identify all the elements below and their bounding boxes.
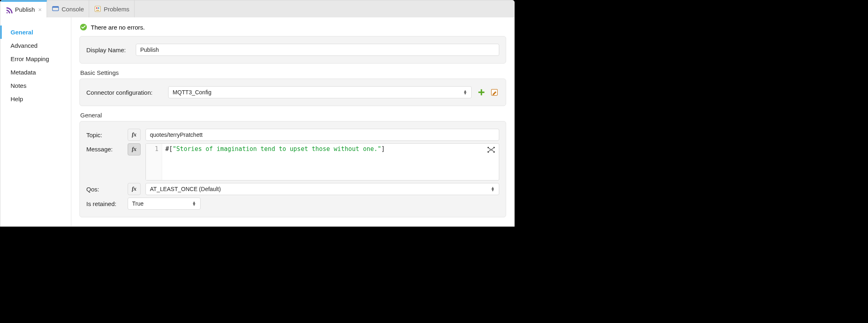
tab-label: Problems: [104, 6, 129, 13]
fx-button-message[interactable]: fx: [128, 143, 141, 155]
editor-body[interactable]: #["Stories of imagination tend to upset …: [162, 144, 499, 180]
tab-label: Console: [62, 6, 84, 13]
svg-point-13: [493, 151, 495, 153]
qos-select[interactable]: AT_LEAST_ONCE (Default) ▲▼: [145, 183, 499, 195]
svg-rect-2: [95, 6, 100, 12]
qos-label: Qos:: [86, 186, 123, 193]
console-icon: [52, 5, 59, 13]
qos-value: AT_LEAST_ONCE (Default): [150, 186, 221, 192]
sidebar-item-advanced[interactable]: Advanced: [0, 39, 71, 52]
sidebar-item-metadata[interactable]: Metadata: [0, 66, 71, 79]
general-section: Topic: fx Message: fx 1 #["Stories of im…: [79, 121, 506, 217]
display-name-section: Display Name:: [79, 36, 506, 64]
updown-icon: ▲▼: [192, 201, 196, 206]
status-bar: There are no errors.: [79, 21, 506, 36]
sidebar-item-general[interactable]: General: [0, 26, 71, 39]
svg-rect-8: [479, 91, 485, 93]
svg-point-11: [493, 147, 495, 149]
retained-label: Is retained:: [86, 200, 123, 207]
sidebar: General Advanced Error Mapping Metadata …: [0, 17, 71, 226]
tab-publish[interactable]: Publish ×: [0, 0, 47, 17]
message-label: Message:: [86, 143, 123, 153]
expand-editor-icon[interactable]: [487, 146, 496, 153]
ok-icon: [79, 23, 88, 31]
basic-settings-title: Basic Settings: [80, 69, 506, 76]
edit-config-button[interactable]: [490, 87, 499, 97]
svg-rect-1: [52, 6, 58, 8]
svg-rect-5: [96, 10, 99, 11]
message-editor[interactable]: 1 #["Stories of imagination tend to upse…: [145, 143, 499, 181]
add-config-button[interactable]: [477, 87, 486, 97]
svg-point-12: [487, 151, 489, 153]
connector-config-label: Connector configuration:: [86, 89, 163, 96]
svg-point-4: [98, 7, 99, 9]
topic-input[interactable]: [145, 129, 499, 141]
tab-label: Publish: [15, 6, 35, 13]
sidebar-item-notes[interactable]: Notes: [0, 79, 71, 92]
retained-value: True: [132, 200, 143, 207]
editor-gutter: 1: [146, 144, 162, 180]
svg-point-10: [487, 147, 489, 149]
sidebar-item-help[interactable]: Help: [0, 92, 71, 106]
tab-problems[interactable]: Problems: [89, 0, 135, 17]
basic-settings-section: Connector configuration: MQTT3_Config ▲▼: [79, 79, 506, 106]
fx-button-topic[interactable]: fx: [128, 129, 141, 141]
status-text: There are no errors.: [91, 24, 145, 31]
svg-point-3: [96, 7, 98, 9]
updown-icon: ▲▼: [463, 90, 467, 95]
display-name-input[interactable]: [136, 44, 499, 56]
content-pane: There are no errors. Display Name: Basic…: [71, 17, 514, 226]
tab-bar: Publish × Console Problems: [0, 0, 514, 17]
sidebar-item-error-mapping[interactable]: Error Mapping: [0, 52, 71, 66]
tab-console[interactable]: Console: [47, 0, 89, 17]
connector-config-select[interactable]: MQTT3_Config ▲▼: [168, 86, 472, 98]
retained-select[interactable]: True ▲▼: [128, 198, 201, 210]
rss-icon: [5, 6, 13, 13]
topic-label: Topic:: [86, 132, 123, 138]
fx-button-qos[interactable]: fx: [128, 183, 141, 195]
general-title: General: [80, 112, 506, 119]
close-icon[interactable]: ×: [38, 6, 42, 13]
connector-config-value: MQTT3_Config: [173, 89, 212, 96]
display-name-label: Display Name:: [86, 47, 131, 53]
updown-icon: ▲▼: [491, 187, 495, 191]
problems-icon: [94, 5, 101, 13]
